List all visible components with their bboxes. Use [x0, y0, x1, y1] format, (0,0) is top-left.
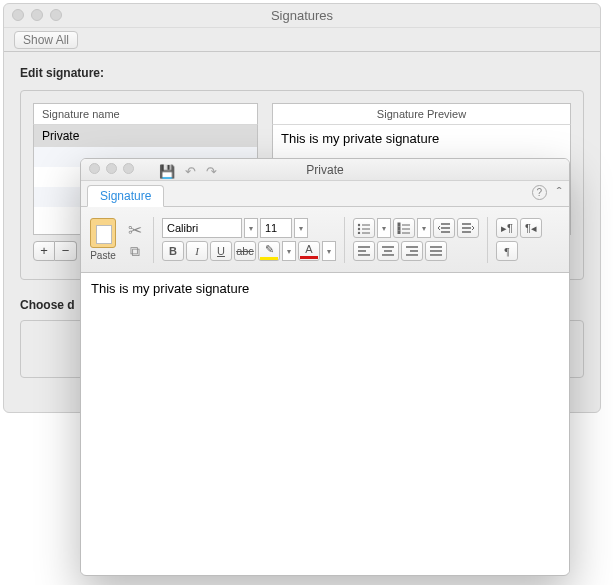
underline-button[interactable]: U	[210, 241, 232, 261]
font-family-select[interactable]	[162, 218, 242, 238]
signature-preview-header: Signature Preview	[272, 103, 571, 125]
window-controls	[89, 163, 134, 174]
svg-rect-8	[398, 227, 400, 230]
remove-signature-button[interactable]: −	[55, 241, 77, 261]
bold-button[interactable]: B	[162, 241, 184, 261]
close-icon[interactable]	[12, 9, 24, 21]
align-center-button[interactable]	[377, 241, 399, 261]
align-right-button[interactable]	[401, 241, 423, 261]
editor-ribbon: Paste ✂ ⧉ ▾ ▾ B I U abc ✎ ▾ A ▾	[81, 207, 569, 273]
font-size-select[interactable]	[260, 218, 292, 238]
svg-point-2	[358, 228, 360, 230]
bulleted-list-button[interactable]	[353, 218, 375, 238]
font-color-icon: A	[305, 243, 312, 255]
collapse-ribbon-icon[interactable]: ˆ	[557, 185, 561, 200]
highlight-button[interactable]: ✎	[258, 241, 280, 261]
number-dropdown-icon[interactable]: ▾	[417, 218, 431, 238]
minimize-icon[interactable]	[31, 9, 43, 21]
save-icon[interactable]: 💾	[159, 161, 175, 183]
signature-list-header: Signature name	[33, 103, 258, 125]
separator	[487, 217, 488, 263]
svg-rect-10	[398, 231, 400, 234]
font-color-dropdown-icon[interactable]: ▾	[322, 241, 336, 261]
zoom-icon[interactable]	[50, 9, 62, 21]
font-dropdown-icon[interactable]: ▾	[244, 218, 258, 238]
scissors-icon[interactable]: ✂	[128, 220, 142, 241]
editor-canvas[interactable]: This is my private signature	[81, 273, 569, 573]
signature-preview-text: This is my private signature	[281, 131, 439, 146]
justify-button[interactable]	[425, 241, 447, 261]
redo-icon[interactable]: ↷	[206, 161, 217, 183]
editor-title: Private	[306, 159, 343, 181]
svg-point-4	[358, 232, 360, 234]
separator	[344, 217, 345, 263]
help-icon[interactable]: ?	[532, 185, 547, 200]
pref-title: Signatures	[271, 8, 333, 23]
separator	[153, 217, 154, 263]
paste-group: Paste	[87, 218, 119, 261]
add-signature-button[interactable]: +	[33, 241, 55, 261]
editor-tabbar: Signature ? ˆ	[81, 181, 569, 207]
svg-rect-6	[398, 223, 400, 226]
highlight-icon: ✎	[265, 243, 274, 256]
minimize-icon[interactable]	[106, 163, 117, 174]
tab-signature[interactable]: Signature	[87, 185, 164, 207]
clipboard-icon[interactable]	[90, 218, 116, 248]
signature-row-private[interactable]: Private	[34, 125, 257, 147]
show-formatting-button[interactable]: ¶	[496, 241, 518, 261]
window-controls	[12, 9, 62, 21]
zoom-icon[interactable]	[123, 163, 134, 174]
edit-signature-label: Edit signature:	[20, 66, 584, 80]
italic-button[interactable]: I	[186, 241, 208, 261]
paste-label: Paste	[90, 250, 116, 261]
copy-icon[interactable]: ⧉	[130, 243, 140, 260]
close-icon[interactable]	[89, 163, 100, 174]
pref-toolbar: Show All	[4, 28, 600, 52]
align-left-button[interactable]	[353, 241, 375, 261]
strikethrough-button[interactable]: abc	[234, 241, 256, 261]
show-all-button[interactable]: Show All	[14, 31, 78, 49]
quick-tools: 💾 ↶ ↷	[159, 161, 217, 183]
svg-point-0	[358, 224, 360, 226]
bullet-dropdown-icon[interactable]: ▾	[377, 218, 391, 238]
editor-titlebar: 💾 ↶ ↷ Private	[81, 159, 569, 181]
ltr-paragraph-button[interactable]: ▸¶	[496, 218, 518, 238]
decrease-indent-button[interactable]	[433, 218, 455, 238]
numbered-list-button[interactable]	[393, 218, 415, 238]
undo-icon[interactable]: ↶	[185, 161, 196, 183]
font-color-button[interactable]: A	[298, 241, 320, 261]
size-dropdown-icon[interactable]: ▾	[294, 218, 308, 238]
cut-copy-group: ✂ ⧉	[125, 220, 145, 260]
highlight-dropdown-icon[interactable]: ▾	[282, 241, 296, 261]
pref-titlebar: Signatures	[4, 4, 600, 28]
rtl-paragraph-button[interactable]: ¶◂	[520, 218, 542, 238]
editor-content-text: This is my private signature	[91, 281, 249, 296]
signature-editor-window: 💾 ↶ ↷ Private Signature ? ˆ Paste ✂ ⧉ ▾ …	[80, 158, 570, 576]
increase-indent-button[interactable]	[457, 218, 479, 238]
